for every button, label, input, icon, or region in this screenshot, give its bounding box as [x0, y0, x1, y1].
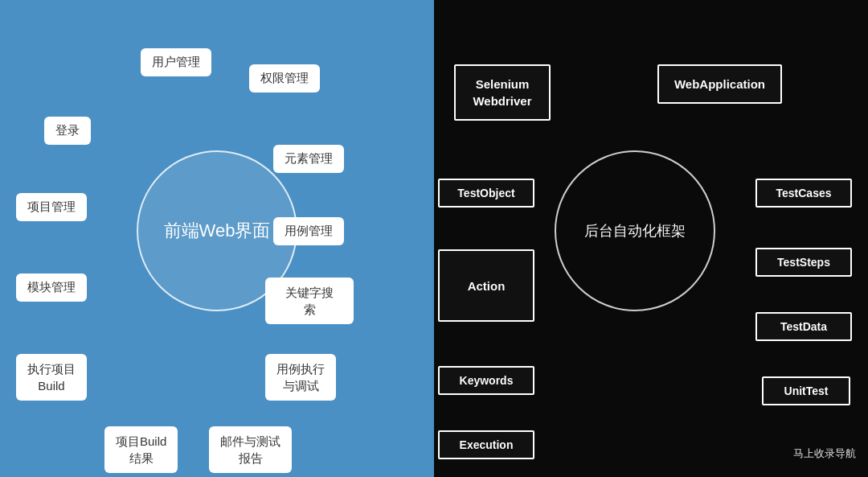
node-case-mgmt: 用例管理: [273, 217, 344, 245]
right-circle: 后台自动化框架: [555, 150, 715, 311]
node-unit-test: UnitTest: [762, 376, 850, 405]
node-user-mgmt: 用户管理: [141, 48, 211, 76]
node-perm-mgmt: 权限管理: [249, 64, 320, 93]
watermark: 马上收录导航: [793, 446, 856, 461]
node-webapp: WebApplication: [657, 64, 782, 104]
node-action: Action: [438, 249, 534, 322]
node-case-exec: 用例执行与调试: [265, 354, 336, 401]
left-panel: 前端Web界面 用户管理 权限管理 登录 元素管理 项目管理 用例管理 模块管理…: [0, 0, 434, 477]
node-test-data: TestData: [755, 312, 852, 341]
node-login: 登录: [44, 117, 91, 145]
right-circle-label: 后台自动化框架: [584, 221, 686, 241]
node-keywords: Keywords: [438, 366, 534, 395]
node-execution: Execution: [438, 430, 534, 459]
node-proj-build: 项目Build结果: [104, 426, 178, 473]
node-test-steps: TestSteps: [755, 248, 852, 277]
node-proj-mgmt: 项目管理: [16, 193, 87, 221]
node-test-object: TestObject: [438, 179, 534, 208]
node-exec-proj: 执行项目Build: [16, 354, 87, 401]
node-selenium: SeleniumWebdriver: [454, 64, 551, 121]
node-keyword-search: 关键字搜索: [265, 278, 354, 324]
node-mail-test: 邮件与测试报告: [209, 426, 292, 473]
left-circle-label: 前端Web界面: [164, 219, 271, 243]
node-test-cases: TestCases: [755, 179, 852, 208]
right-panel: 后台自动化框架 SeleniumWebdriver WebApplication…: [434, 0, 868, 477]
node-module-mgmt: 模块管理: [16, 273, 87, 302]
node-elem-mgmt: 元素管理: [273, 145, 344, 173]
